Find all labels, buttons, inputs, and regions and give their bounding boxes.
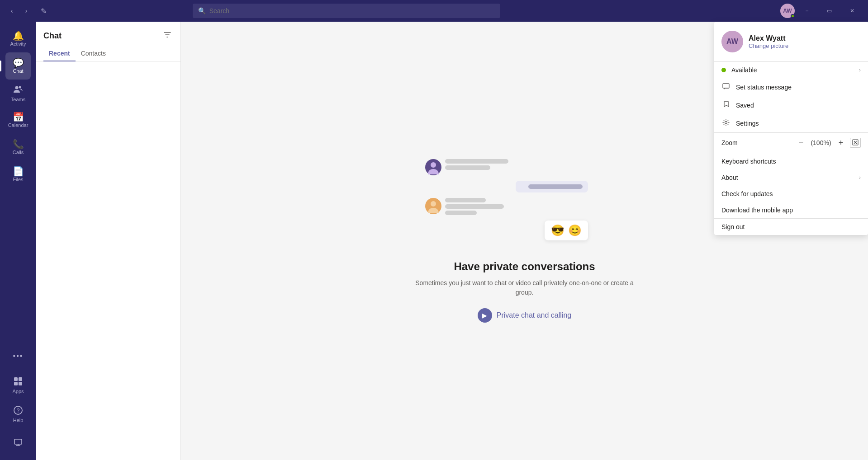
bubble-content-1 — [445, 159, 508, 170]
teams-icon — [13, 84, 23, 96]
sidebar-item-files[interactable]: 📄 Files — [5, 161, 31, 188]
emoji-smile: 😊 — [568, 224, 582, 237]
svg-rect-4 — [14, 382, 18, 385]
tab-recent[interactable]: Recent — [43, 46, 76, 61]
sidebar-label-teams: Teams — [11, 97, 25, 102]
zoom-fit-button[interactable] — [850, 138, 861, 148]
search-input[interactable] — [209, 7, 495, 14]
sidebar-label-calls: Calls — [13, 150, 24, 155]
illustration: 😎 😊 Have private conversations Sometimes… — [407, 159, 642, 323]
restore-button[interactable]: ▭ — [819, 4, 840, 18]
svg-rect-13 — [723, 84, 729, 88]
profile-header: AW Alex Wyatt Change picture — [714, 22, 868, 61]
sidebar-label-apps: Apps — [12, 389, 24, 394]
sidebar-item-calendar[interactable]: 📅 Calendar — [5, 107, 31, 134]
zoom-minus-button[interactable]: − — [796, 137, 806, 148]
bubble-avatar-2 — [425, 198, 441, 214]
chat-bubbles: 😎 😊 — [425, 159, 588, 246]
chat-header: Chat — [36, 22, 180, 42]
keyboard-shortcuts-label: Keyboard shortcuts — [721, 158, 776, 165]
bubble-row-2 — [425, 181, 588, 192]
nav-buttons: ‹ › — [5, 5, 33, 17]
minimize-button[interactable]: − — [797, 4, 817, 18]
chat-tabs: Recent Contacts — [36, 46, 180, 61]
bubble-line — [445, 211, 477, 215]
sidebar-item-apps[interactable]: Apps — [5, 371, 31, 399]
download-mobile-item[interactable]: Download the mobile app — [714, 202, 868, 218]
cta-label: Private chat and calling — [497, 311, 571, 319]
profile-name: Alex Wyatt — [749, 34, 788, 42]
chevron-right-icon: › — [859, 67, 861, 73]
filter-button[interactable] — [161, 29, 173, 42]
back-button[interactable]: ‹ — [5, 5, 18, 17]
set-status-message[interactable]: Set status message — [714, 78, 868, 96]
profile-dropdown: AW Alex Wyatt Change picture Available ›… — [714, 22, 868, 235]
emoji-row: 😎 😊 — [545, 221, 588, 240]
saved-item[interactable]: Saved — [714, 96, 868, 114]
avatar-initials: AW — [783, 8, 792, 14]
status-available[interactable]: Available › — [714, 62, 868, 78]
sidebar-item-activity[interactable]: 🔔 Activity — [5, 25, 31, 52]
sidebar-item-more[interactable]: ••• — [5, 343, 31, 370]
svg-point-14 — [725, 122, 727, 124]
chat-title: Chat — [43, 31, 62, 41]
status-message-icon — [721, 83, 730, 92]
sidebar-item-help[interactable]: ? Help — [5, 400, 31, 427]
change-picture-link[interactable]: Change picture — [749, 42, 788, 49]
zoom-label: Zoom — [721, 139, 792, 146]
zoom-plus-button[interactable]: + — [835, 137, 846, 148]
check-updates-item[interactable]: Check for updates — [714, 186, 868, 202]
zoom-row: Zoom − (100%) + — [714, 133, 868, 153]
search-icon: 🔍 — [198, 7, 206, 14]
bubble-content-3 — [445, 198, 504, 215]
svg-rect-5 — [19, 382, 22, 385]
apps-icon — [13, 376, 23, 388]
download-mobile-label: Download the mobile app — [721, 207, 793, 214]
cta-link[interactable]: ▶ Private chat and calling — [478, 308, 571, 323]
bubble-line — [445, 204, 504, 209]
forward-button[interactable]: › — [20, 5, 33, 17]
svg-rect-2 — [14, 377, 18, 381]
title-bar: ‹ › ✎ 🔍 AW − ▭ ✕ — [0, 0, 868, 22]
settings-item[interactable]: Settings — [714, 114, 868, 132]
title-bar-right: AW − ▭ ✕ — [780, 4, 863, 18]
saved-icon — [721, 101, 730, 110]
sidebar-label-help: Help — [13, 418, 24, 423]
zoom-value: (100%) — [810, 139, 832, 146]
keyboard-shortcuts-item[interactable]: Keyboard shortcuts — [714, 153, 868, 169]
sidebar-label-files: Files — [13, 177, 23, 182]
svg-point-10 — [431, 162, 436, 168]
compose-button[interactable]: ✎ — [36, 4, 51, 18]
close-button[interactable]: ✕ — [842, 4, 863, 18]
svg-rect-8 — [14, 439, 22, 444]
svg-text:?: ? — [17, 408, 20, 414]
sidebar-item-device[interactable] — [5, 429, 31, 456]
illustration-title: Have private conversations — [454, 260, 595, 273]
bubble-avatar-1 — [425, 159, 441, 175]
about-item[interactable]: About › — [714, 169, 868, 186]
status-label: Available — [731, 66, 757, 74]
svg-point-1 — [19, 86, 21, 88]
sidebar-bottom: ••• Apps ? Help — [5, 343, 31, 456]
sidebar-item-teams[interactable]: Teams — [5, 80, 31, 107]
bubble-box-line — [528, 184, 583, 189]
profile-avatar-button[interactable]: AW — [780, 4, 795, 18]
svg-rect-3 — [19, 377, 22, 381]
sign-out-item[interactable]: Sign out — [714, 219, 868, 235]
bubble-row-3 — [425, 198, 588, 215]
sidebar-label-activity: Activity — [10, 41, 26, 47]
emoji-sunglasses: 😎 — [551, 224, 564, 237]
profile-info: Alex Wyatt Change picture — [749, 34, 788, 49]
cta-play-icon: ▶ — [478, 308, 492, 323]
svg-point-12 — [431, 201, 436, 207]
chat-panel: Chat Recent Contacts — [36, 22, 181, 460]
sidebar-item-chat[interactable]: 💬 Chat — [5, 52, 31, 80]
check-updates-label: Check for updates — [721, 190, 773, 197]
tab-contacts[interactable]: Contacts — [76, 46, 111, 61]
avatar-status-dot — [791, 14, 795, 18]
search-bar: 🔍 — [193, 4, 500, 18]
settings-icon — [721, 119, 730, 128]
status-dot-green — [721, 68, 726, 72]
bubble-row-1 — [425, 159, 588, 175]
sidebar-item-calls[interactable]: 📞 Calls — [5, 134, 31, 161]
